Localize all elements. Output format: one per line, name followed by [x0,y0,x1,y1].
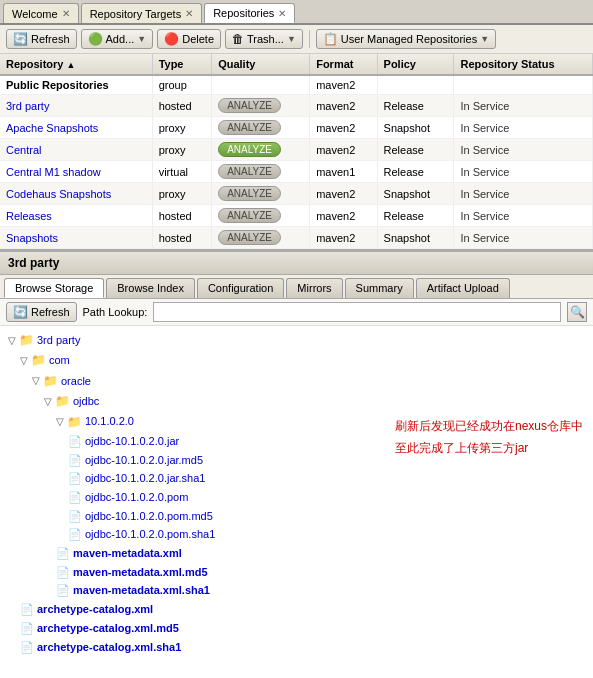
analyze-button[interactable]: ANALYZE [218,186,281,201]
tab-repository-targets-label: Repository Targets [90,8,182,20]
path-lookup-input[interactable] [153,302,561,322]
file-label[interactable]: maven-metadata.xml.md5 [73,563,208,582]
folder-label[interactable]: 10.1.0.2.0 [85,412,134,431]
list-item[interactable]: ▽📁ojdbc [8,391,585,411]
repo-link[interactable]: Codehaus Snapshots [6,188,111,200]
add-arrow-icon: ▼ [137,34,146,44]
file-label[interactable]: ojdbc-10.1.0.2.0.pom.sha1 [85,525,215,544]
delete-button[interactable]: 🔴 Delete [157,29,221,49]
file-label[interactable]: ojdbc-10.1.0.2.0.jar [85,432,179,451]
table-row[interactable]: Public Repositoriesgroupmaven2 [0,75,593,95]
refresh-label: Refresh [31,33,70,45]
list-item[interactable]: 📄ojdbc-10.1.0.2.0.jar [8,432,585,451]
file-label[interactable]: archetype-catalog.xml [37,600,153,619]
list-item[interactable]: 📄archetype-catalog.xml [8,600,585,619]
col-type[interactable]: Type [152,54,212,75]
tab-repositories-label: Repositories [213,7,274,19]
folder-icon: 📁 [31,350,46,370]
trash-button[interactable]: 🗑 Trash... ▼ [225,29,303,49]
table-row[interactable]: SnapshotshostedANALYZEmaven2SnapshotIn S… [0,227,593,249]
list-item[interactable]: 📄ojdbc-10.1.0.2.0.pom.sha1 [8,525,585,544]
file-label[interactable]: ojdbc-10.1.0.2.0.jar.md5 [85,451,203,470]
analyze-button[interactable]: ANALYZE [218,208,281,223]
folder-label[interactable]: 3rd party [37,331,80,350]
sub-refresh-button[interactable]: 🔄 Refresh [6,302,77,322]
analyze-button[interactable]: ANALYZE [218,142,281,157]
repo-link[interactable]: Apache Snapshots [6,122,98,134]
repo-link[interactable]: Central [6,144,41,156]
tab-repository-targets[interactable]: Repository Targets ✕ [81,3,203,23]
file-label[interactable]: maven-metadata.xml [73,544,182,563]
repo-link[interactable]: Releases [6,210,52,222]
list-item[interactable]: ▽📁3rd party [8,330,585,350]
list-item[interactable]: ▽📁com [8,350,585,370]
add-button[interactable]: 🟢 Add... ▼ [81,29,154,49]
analyze-button[interactable]: ANALYZE [218,164,281,179]
table-row[interactable]: CentralproxyANALYZEmaven2ReleaseIn Servi… [0,139,593,161]
cell-type: hosted [152,205,212,227]
cell-repo-name: Central M1 shadow [0,161,152,183]
repo-link[interactable]: Central M1 shadow [6,166,101,178]
tab-browse-index[interactable]: Browse Index [106,278,195,298]
list-item[interactable]: ▽📁oracle [8,371,585,391]
folder-label[interactable]: com [49,351,70,370]
tab-welcome[interactable]: Welcome ✕ [3,3,79,23]
table-row[interactable]: Apache SnapshotsproxyANALYZEmaven2Snapsh… [0,117,593,139]
folder-label[interactable]: oracle [61,372,91,391]
col-repository[interactable]: Repository ▲ [0,54,152,75]
col-policy[interactable]: Policy [377,54,454,75]
table-row[interactable]: ReleaseshostedANALYZEmaven2ReleaseIn Ser… [0,205,593,227]
cell-policy: Release [377,205,454,227]
cell-type: hosted [152,95,212,117]
file-label[interactable]: archetype-catalog.xml.md5 [37,619,179,638]
col-quality[interactable]: Quality [212,54,310,75]
analyze-button[interactable]: ANALYZE [218,98,281,113]
list-item[interactable]: 📄archetype-catalog.xml.sha1 [8,638,585,657]
tab-repositories[interactable]: Repositories ✕ [204,3,295,23]
list-item[interactable]: 📄archetype-catalog.xml.md5 [8,619,585,638]
list-item[interactable]: 📄ojdbc-10.1.0.2.0.pom.md5 [8,507,585,526]
list-item[interactable]: 📄ojdbc-10.1.0.2.0.jar.md5 [8,451,585,470]
tab-configuration[interactable]: Configuration [197,278,284,298]
cell-quality: ANALYZE [212,139,310,161]
list-item[interactable]: 📄maven-metadata.xml.md5 [8,563,585,582]
list-item[interactable]: 📄ojdbc-10.1.0.2.0.pom [8,488,585,507]
repo-link[interactable]: 3rd party [6,100,49,112]
col-status[interactable]: Repository Status [454,54,593,75]
trash-label: Trash... [247,33,284,45]
file-label[interactable]: ojdbc-10.1.0.2.0.pom.md5 [85,507,213,526]
list-item[interactable]: 📄maven-metadata.xml.sha1 [8,581,585,600]
refresh-button[interactable]: 🔄 Refresh [6,29,77,49]
search-button[interactable]: 🔍 [567,302,587,322]
user-managed-button[interactable]: 📋 User Managed Repositories ▼ [316,29,496,49]
cell-type: proxy [152,139,212,161]
folder-label[interactable]: ojdbc [73,392,99,411]
sub-refresh-icon: 🔄 [13,305,28,319]
cell-status: In Service [454,227,593,249]
list-item[interactable]: 📄maven-metadata.xml [8,544,585,563]
analyze-button[interactable]: ANALYZE [218,120,281,135]
analyze-button[interactable]: ANALYZE [218,230,281,245]
list-item[interactable]: 📄ojdbc-10.1.0.2.0.jar.sha1 [8,469,585,488]
add-icon: 🟢 [88,32,103,46]
file-label[interactable]: maven-metadata.xml.sha1 [73,581,210,600]
col-format[interactable]: Format [310,54,377,75]
table-row[interactable]: 3rd partyhostedANALYZEmaven2ReleaseIn Se… [0,95,593,117]
tab-repositories-close[interactable]: ✕ [278,8,286,19]
cell-type: proxy [152,117,212,139]
list-item[interactable]: ▽📁10.1.0.2.0 [8,412,585,432]
repo-link[interactable]: Snapshots [6,232,58,244]
tab-summary[interactable]: Summary [345,278,414,298]
tab-artifact-upload[interactable]: Artifact Upload [416,278,510,298]
tab-browse-storage[interactable]: Browse Storage [4,278,104,298]
tab-mirrors[interactable]: Mirrors [286,278,342,298]
table-row[interactable]: Central M1 shadowvirtualANALYZEmaven1Rel… [0,161,593,183]
file-label[interactable]: archetype-catalog.xml.sha1 [37,638,181,657]
file-label[interactable]: ojdbc-10.1.0.2.0.pom [85,488,188,507]
cell-policy: Release [377,139,454,161]
file-label[interactable]: ojdbc-10.1.0.2.0.jar.sha1 [85,469,205,488]
file-icon: 📄 [20,600,34,619]
table-row[interactable]: Codehaus SnapshotsproxyANALYZEmaven2Snap… [0,183,593,205]
tab-repository-targets-close[interactable]: ✕ [185,8,193,19]
tab-welcome-close[interactable]: ✕ [62,8,70,19]
